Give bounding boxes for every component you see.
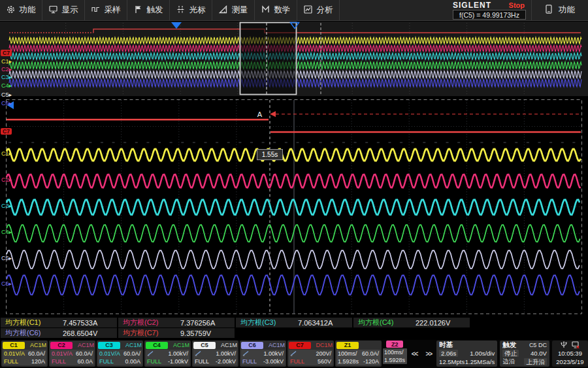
channel-coupling: AC1M <box>125 342 142 348</box>
trigger-level: 40.0V <box>531 350 547 357</box>
zoom-window[interactable] <box>240 23 297 95</box>
measurement-label: 均方根(C7) <box>118 328 180 338</box>
trigger-flag-icon <box>134 5 142 16</box>
timebase-scale: 1.00s/div <box>470 350 495 357</box>
overview-label-C2: C2▸ <box>1 67 12 73</box>
channel-offset: 560V <box>318 358 331 365</box>
measurement-value: 9.35759V <box>180 329 211 337</box>
acquire-icon <box>91 5 100 16</box>
measurement-label: 均方根(C3) <box>236 318 298 327</box>
channel-box-C3[interactable]: C3AC1M0.01V/A60.0A/FULL0.00A <box>97 341 143 367</box>
menu-item-trigger[interactable]: 触发 <box>127 0 170 20</box>
channel-range: 60.0A/ <box>76 350 93 357</box>
marker-a-label: A <box>257 110 263 118</box>
page-prev-button[interactable]: << <box>410 349 420 359</box>
acquisition-status[interactable]: Stop <box>509 1 525 9</box>
menu-item-function[interactable]: 功能 <box>0 0 42 20</box>
oscilloscope-screen: 功能显示采样触发光标测量数学分析 SIGLENT Stop f(C5) = 49… <box>0 0 588 368</box>
c3-badge[interactable]: C3 <box>98 342 120 349</box>
menu-item-label: 功能 <box>20 5 36 16</box>
z1-offset: -120A <box>363 358 379 365</box>
menu-item-math[interactable]: 数学 <box>255 0 297 20</box>
main-label-C7: C7 <box>1 128 12 135</box>
measurement-C7[interactable]: 均方根(C7)9.35759V <box>118 328 235 338</box>
probe-icon <box>290 350 297 358</box>
timebase-header: 时基 <box>439 341 453 350</box>
record-overview-strip[interactable]: C7C1▸C2▸C3▸C4▸C5▸C6▸ <box>0 22 588 96</box>
clock-box: x 10:05:39 2023/5/19 <box>552 341 588 367</box>
c6-badge[interactable]: C6 <box>241 342 263 349</box>
menu-item-display[interactable]: 显示 <box>42 0 85 20</box>
timebase-box[interactable]: 时基 2.06s 1.00s/div 12.5Mpts 1.25MSa/s <box>436 341 497 367</box>
probe-icon <box>147 350 154 358</box>
analysis-icon <box>304 5 312 16</box>
main-label-C6: C6▸ <box>1 281 12 287</box>
c7-badge[interactable]: C7 <box>289 342 311 349</box>
tablet-icon <box>545 5 553 16</box>
channel-range: 60.0A/ <box>123 350 140 357</box>
channel-range: 1.00kV/ <box>168 350 188 357</box>
channel-range: 200V/ <box>316 350 331 357</box>
channel-box-C4[interactable]: C4AC1M1.00kV/FULL-1.00kV <box>144 341 191 367</box>
measurement-C4[interactable]: 均方根(C4)222.0126V <box>353 318 470 327</box>
measurement-C3[interactable]: 均方根(C3)7.063412A <box>236 318 352 327</box>
z2-badge[interactable]: Z2 <box>386 341 403 348</box>
menu-item-label: 显示 <box>62 5 78 16</box>
main-wave-C3 <box>7 200 580 215</box>
channel-scale: 0.01V/A <box>52 350 73 357</box>
trigger-status: 停止 <box>502 350 519 357</box>
menu-item-cursor[interactable]: 光标 <box>170 0 212 20</box>
channel-bandwidth: FULL <box>242 358 257 365</box>
channel-offset: 120A <box>31 358 45 365</box>
channel-box-C5[interactable]: C5AC1M1.00kV/FULL-2.00kV <box>192 341 238 367</box>
zoom-channel-z2-box[interactable]: Z2 100ms/ 1.5928s <box>383 341 407 364</box>
main-wave-C2 <box>7 175 581 188</box>
measurement-C2[interactable]: 均方根(C2)7.376256A <box>118 318 235 327</box>
z1-delay: 1.5928s <box>338 358 359 365</box>
clock-date: 2023/5/19 <box>552 358 588 366</box>
main-label-C4: C4▸ <box>1 229 12 235</box>
main-label-C1: C1▸ <box>1 151 12 157</box>
measurement-bar: 均方根(C1)7.457533A均方根(C2)7.376256A均方根(C3)7… <box>0 318 588 339</box>
measure-icon <box>219 5 227 16</box>
channel-bandwidth: FULL <box>147 358 161 365</box>
measurement-C6[interactable]: 均方根(C6)268.6504V <box>1 328 117 338</box>
c4-badge[interactable]: C4 <box>146 342 168 349</box>
menu-item-acquire[interactable]: 采样 <box>85 0 127 20</box>
channel-coupling: AC1M <box>30 342 46 348</box>
menu-item-label: 采样 <box>105 5 121 16</box>
channel-box-C1[interactable]: C1AC1M0.01V/A60.0A/FULL120A <box>1 341 48 367</box>
c1-badge[interactable]: C1 <box>3 342 25 349</box>
channel-offset: 60.0A <box>77 358 93 365</box>
function-menu-button[interactable]: 功能 <box>531 0 588 20</box>
z1-timebase: 100ms/ <box>338 350 357 357</box>
timebase-points: 12.5Mpts <box>439 358 465 365</box>
measurement-label: 均方根(C1) <box>1 318 63 327</box>
channel-box-C2[interactable]: C2AC1M0.01V/A60.0A/FULL60.0A <box>49 341 95 367</box>
overview-wave-C7 <box>93 29 581 33</box>
main-label-C5: C5▸ <box>1 256 12 261</box>
c2-badge[interactable]: C2 <box>50 342 73 349</box>
menu-items: 功能显示采样触发光标测量数学分析 <box>0 0 340 20</box>
c5-badge[interactable]: C5 <box>193 342 216 349</box>
marker-a-arrow-icon <box>270 111 276 117</box>
menu-item-label: 光标 <box>189 5 206 16</box>
z1-badge[interactable]: Z1 <box>336 342 359 349</box>
channel-box-C6[interactable]: C6AC1M1.00kV/FULL-3.00kV <box>240 341 286 367</box>
menu-item-analysis[interactable]: 分析 <box>297 0 340 20</box>
channel-box-C7[interactable]: C7DC1M200V/FULL560V <box>287 341 334 367</box>
channel-coupling: AC1M <box>221 342 237 348</box>
measurement-C1[interactable]: 均方根(C1)7.457533A <box>1 318 117 327</box>
overview-label-C4: C4▸ <box>1 83 12 89</box>
display-icon <box>49 5 57 16</box>
gear-icon <box>7 5 15 16</box>
page-next-button[interactable]: >> <box>423 349 434 359</box>
measurement-value: 7.376256A <box>180 319 215 327</box>
timebase-delay: 2.06s <box>439 350 458 357</box>
channel-bandwidth: FULL <box>99 358 114 365</box>
trigger-box[interactable]: 触发 C5 DC 停止 40.0V 边沿 上升沿 <box>500 341 549 367</box>
menu-item-measure[interactable]: 测量 <box>212 0 255 20</box>
channel-coupling: DC1M <box>316 342 333 348</box>
main-waveform-area[interactable]: A C7C1▸C2▸C3▸C4▸C5▸C6▸ 1.55s <box>0 96 588 317</box>
zoom-channel-z1-box[interactable]: Z1100ms/60.0A/1.5928s-120A <box>335 341 382 367</box>
